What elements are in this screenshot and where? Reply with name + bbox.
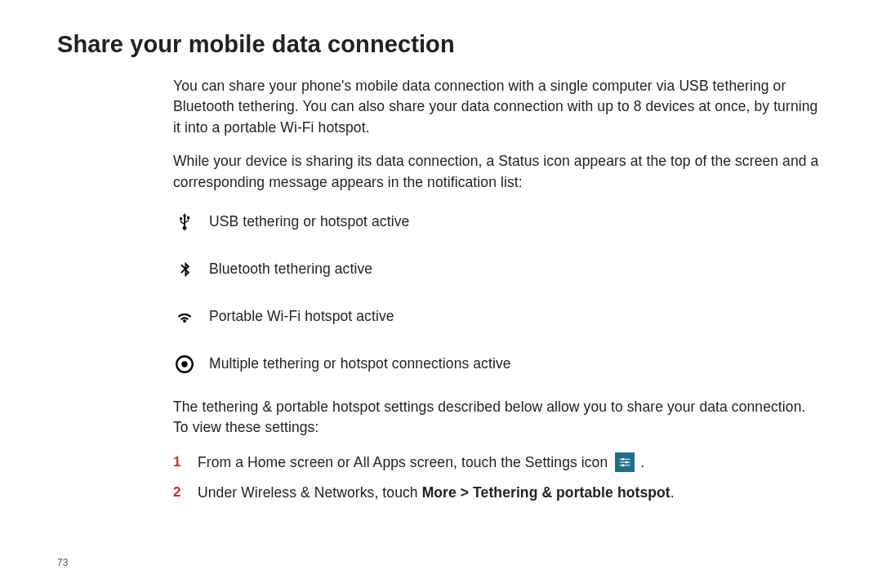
status-icon-label: Bluetooth tethering active bbox=[209, 259, 372, 279]
status-icon-label: Portable Wi-Fi hotspot active bbox=[209, 306, 394, 327]
bluetooth-icon bbox=[173, 258, 196, 281]
intro-paragraph: You can share your phone's mobile data c… bbox=[173, 76, 822, 138]
body-content: You can share your phone's mobile data c… bbox=[173, 76, 822, 503]
status-icon-row: USB tethering or hotspot active bbox=[173, 211, 822, 234]
svg-point-7 bbox=[622, 464, 625, 466]
usb-icon bbox=[173, 211, 196, 234]
steps-list: From a Home screen or All Apps screen, t… bbox=[173, 452, 822, 504]
svg-point-1 bbox=[181, 361, 187, 367]
settings-icon bbox=[615, 452, 635, 472]
document-page: Share your mobile data connection You ca… bbox=[0, 0, 882, 588]
svg-point-5 bbox=[622, 458, 625, 461]
status-icon-label: Multiple tethering or hotspot connection… bbox=[209, 354, 511, 374]
step-text: . bbox=[640, 454, 644, 470]
step-text: From a Home screen or All Apps screen, t… bbox=[198, 454, 612, 470]
status-icon-row: Multiple tethering or hotspot connection… bbox=[173, 353, 822, 376]
page-number: 73 bbox=[57, 557, 68, 568]
step-bold-text: More > Tethering & portable hotspot bbox=[422, 484, 670, 501]
status-icon-list: USB tethering or hotspot active Bluetoot… bbox=[173, 211, 822, 376]
step-item: From a Home screen or All Apps screen, t… bbox=[173, 452, 822, 474]
step-text: . bbox=[670, 484, 675, 501]
intro-paragraph: While your device is sharing its data co… bbox=[173, 151, 822, 193]
status-icon-row: Bluetooth tethering active bbox=[173, 258, 822, 281]
step-item: Under Wireless & Networks, touch More > … bbox=[173, 482, 822, 503]
status-icon-row: Portable Wi-Fi hotspot active bbox=[173, 305, 822, 328]
page-title: Share your mobile data connection bbox=[57, 31, 825, 58]
svg-point-6 bbox=[626, 461, 628, 464]
post-icons-paragraph: The tethering & portable hotspot setting… bbox=[173, 397, 822, 439]
wifi-icon bbox=[173, 305, 196, 328]
status-icon-label: USB tethering or hotspot active bbox=[209, 212, 409, 232]
step-text: Under Wireless & Networks, touch bbox=[198, 484, 422, 501]
target-icon bbox=[173, 353, 196, 376]
